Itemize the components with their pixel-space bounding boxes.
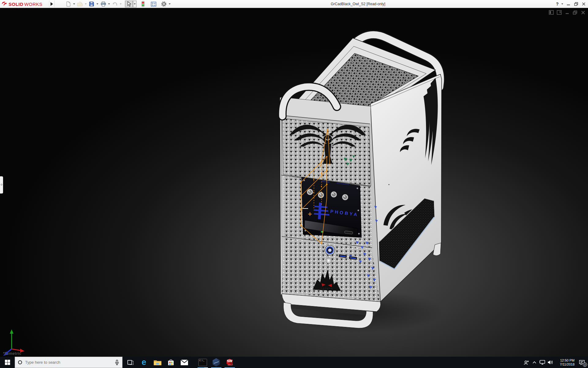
graphics-area[interactable]: PHOBYA <box>0 8 588 357</box>
hexagon-app-icon <box>212 358 221 366</box>
speaker-icon <box>547 360 553 365</box>
action-center-button[interactable]: 2 <box>576 357 588 368</box>
print-button[interactable] <box>99 1 107 7</box>
power-button <box>325 245 335 255</box>
property-list-icon <box>151 2 156 7</box>
rebuild-button[interactable] <box>139 1 147 7</box>
brand: SOLIDWORKS <box>9 0 43 8</box>
people-button[interactable] <box>522 357 530 368</box>
show-pane-button[interactable] <box>556 10 562 15</box>
cortana-icon <box>18 360 22 364</box>
view-orientation-label: *Dimetric <box>3 351 21 356</box>
restore-button[interactable] <box>574 2 579 6</box>
volume-button[interactable] <box>546 357 554 368</box>
save-floppy-icon <box>89 1 94 7</box>
doc-restore-button[interactable] <box>572 10 578 15</box>
doc-minimize-icon <box>565 10 569 15</box>
store-icon <box>167 359 175 366</box>
menu-flyout-button[interactable] <box>49 1 55 7</box>
doc-restore-icon <box>573 10 577 15</box>
doc-close-icon <box>581 10 585 15</box>
brand-text-bold: SOLID <box>9 2 23 7</box>
gear-icon <box>161 1 167 7</box>
model-3d-view[interactable]: PHOBYA <box>276 26 453 333</box>
collapsed-panel-tab[interactable] <box>0 176 3 194</box>
clock-time: 12:50 PM <box>554 358 575 362</box>
save-dropdown[interactable] <box>96 1 99 7</box>
reset-button <box>326 258 331 263</box>
mail-button[interactable] <box>178 357 191 368</box>
minimize-icon <box>567 2 570 6</box>
display-pane-button[interactable] <box>149 1 157 7</box>
doc-close-button[interactable] <box>580 10 586 15</box>
file-explorer-icon <box>153 359 162 366</box>
solidworks-2017-button[interactable]: SW 2017 <box>223 357 236 368</box>
undo-arrow-icon <box>112 2 118 7</box>
close-button[interactable] <box>581 2 586 6</box>
solidworks-2017-icon: SW 2017 <box>225 358 234 367</box>
edge-button[interactable]: e <box>137 357 151 368</box>
new-document-icon <box>66 1 71 7</box>
tray-overflow-button[interactable] <box>530 357 538 368</box>
edge-icon: e <box>141 358 146 366</box>
restore-icon <box>574 2 578 6</box>
print-dropdown[interactable] <box>107 1 111 7</box>
taskbar-clock[interactable]: 12:50 PM 7/11/2018 <box>554 358 576 366</box>
case-front-face: PHOBYA <box>281 97 380 302</box>
solidworks-logo-icon <box>1 1 9 7</box>
system-tray: 12:50 PM 7/11/2018 2 <box>522 357 588 368</box>
brand-text-light: WORKS <box>24 2 42 7</box>
network-icon <box>539 360 545 365</box>
doc-minimize-button[interactable] <box>564 10 570 15</box>
close-icon <box>582 2 586 6</box>
printer-icon <box>100 1 106 7</box>
network-button[interactable] <box>538 357 546 368</box>
traffic-light-icon <box>141 1 145 7</box>
mail-icon <box>180 359 188 366</box>
search-input[interactable] <box>25 360 112 365</box>
windows-logo-icon <box>5 360 10 365</box>
chevron-up-icon <box>532 361 537 364</box>
options-dropdown[interactable] <box>168 1 172 7</box>
command-prompt-button[interactable]: C:\_ <box>196 357 209 368</box>
undo-button[interactable] <box>111 1 119 7</box>
undo-dropdown[interactable] <box>119 1 123 7</box>
command-prompt-icon: C:\_ <box>198 359 207 366</box>
start-button[interactable] <box>0 357 15 368</box>
show-featuremanager-button[interactable] <box>548 10 554 15</box>
task-view-button[interactable] <box>124 357 137 368</box>
triangle-logo-text: PHOBYA <box>321 287 333 289</box>
people-icon <box>523 359 530 366</box>
microphone-icon[interactable] <box>115 360 119 365</box>
taskbar-search[interactable] <box>15 357 123 368</box>
help-button[interactable]: ? <box>556 2 559 6</box>
document-window-controls <box>548 10 586 15</box>
store-button[interactable] <box>164 357 178 368</box>
open-dropdown[interactable] <box>84 1 88 7</box>
notification-badge: 2 <box>583 362 587 367</box>
hexagon-app-button[interactable] <box>209 357 223 368</box>
minimize-button[interactable] <box>566 2 571 6</box>
task-view-icon <box>127 359 134 366</box>
flyout-arrow-icon <box>51 2 53 6</box>
select-tool-button[interactable] <box>125 1 133 7</box>
select-tool-dropdown[interactable] <box>133 1 137 7</box>
quick-access-toolbar <box>64 0 172 8</box>
file-explorer-button[interactable] <box>151 357 164 368</box>
options-button[interactable] <box>160 1 168 7</box>
open-button[interactable] <box>76 1 84 7</box>
new-document-dropdown[interactable] <box>72 1 76 7</box>
open-folder-icon <box>77 2 83 7</box>
pane-left-icon <box>549 10 554 15</box>
select-cursor-icon <box>126 1 131 7</box>
save-button[interactable] <box>88 1 96 7</box>
taskbar-apps: e C:\_ SW 2017 <box>124 357 236 368</box>
case-side-panel <box>371 74 442 302</box>
help-dropdown[interactable] <box>561 3 563 5</box>
pane-right-icon <box>557 10 562 15</box>
clock-date: 7/11/2018 <box>554 362 575 366</box>
document-title: GrCadBlack_Owl_S2 [Read-only] <box>331 0 385 8</box>
new-document-button[interactable] <box>64 1 72 7</box>
window-controls: ? <box>556 0 586 8</box>
title-bar: SOLIDWORKS <box>0 0 588 8</box>
